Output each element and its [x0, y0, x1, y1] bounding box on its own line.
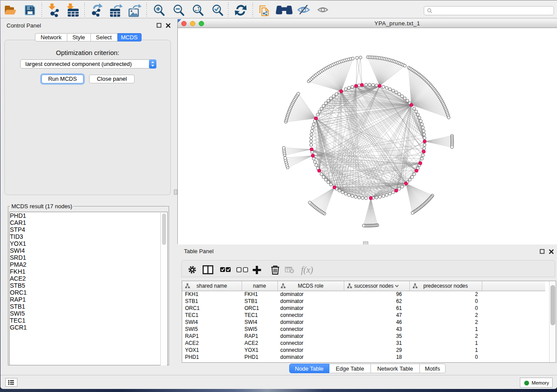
svg-text:f(x): f(x): [301, 265, 313, 275]
